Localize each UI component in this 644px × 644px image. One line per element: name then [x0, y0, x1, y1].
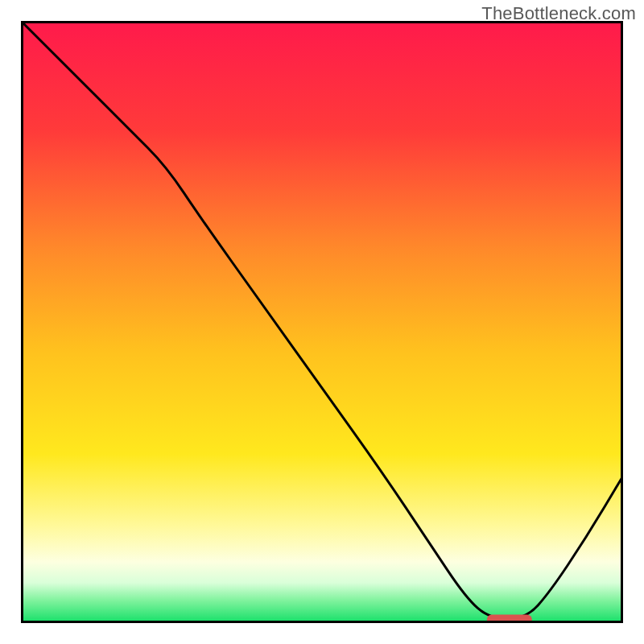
chart-container: TheBottleneck.com [0, 0, 644, 644]
plot-svg [21, 21, 623, 623]
plot-area [21, 21, 623, 623]
watermark-label: TheBottleneck.com [481, 3, 636, 24]
